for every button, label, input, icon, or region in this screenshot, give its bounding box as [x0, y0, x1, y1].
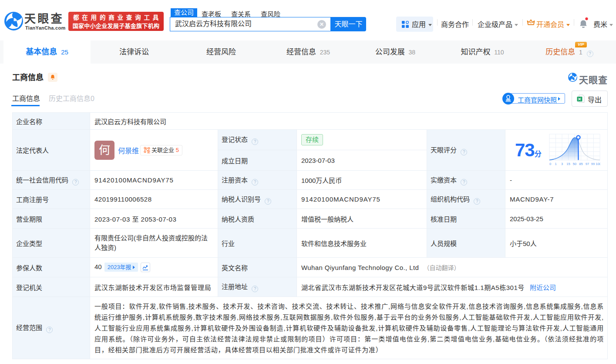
- svg-text:0: 0: [549, 162, 551, 166]
- svg-text:企: 企: [147, 149, 150, 153]
- svg-text:15: 15: [566, 162, 570, 166]
- svg-text:85: 85: [579, 162, 582, 166]
- svg-text:3: 3: [561, 162, 563, 166]
- svg-text:99: 99: [591, 162, 595, 166]
- svg-text:97: 97: [586, 162, 589, 166]
- svg-text:50: 50: [573, 162, 576, 166]
- svg-text:1: 1: [555, 162, 556, 166]
- svg-text:100: 100: [596, 162, 600, 166]
